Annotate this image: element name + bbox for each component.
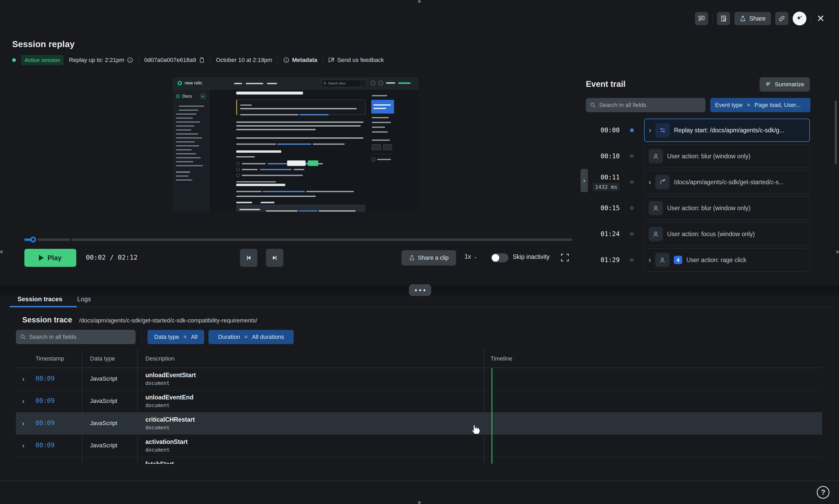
playback-speed-select[interactable]: 1x ⌄: [465, 253, 478, 260]
edge-handle-right: [836, 250, 839, 253]
feedback-icon: [328, 57, 335, 63]
tab-logs[interactable]: Logs: [77, 295, 91, 307]
playback-time: 00:02 / 02:12: [86, 254, 138, 261]
event-dot: [630, 258, 634, 262]
event-card[interactable]: User action: blur (window only): [644, 145, 810, 168]
edge-handle-bottom: [418, 501, 421, 504]
timeline-scrubber[interactable]: [24, 237, 572, 242]
chevron-right-icon[interactable]: ›: [22, 442, 24, 449]
duration-filter-chip[interactable]: Duration = All durations: [209, 330, 294, 344]
table-row[interactable]: › 00:09 JavaScript unloadEventEnd docume…: [16, 390, 822, 412]
trace-filter-bar: Search in all fields Data type = All Dur…: [16, 330, 294, 344]
mini-docs-header: Docs ⇤: [173, 89, 209, 102]
event-card[interactable]: User action: focus (window only): [644, 222, 810, 246]
notes-button[interactable]: [717, 12, 730, 25]
meta-divider: [210, 56, 211, 65]
trace-search-input[interactable]: Search in all fields: [16, 330, 136, 344]
table-row-partial[interactable]: fetchStart: [16, 457, 822, 464]
newrelic-logo: new relic: [177, 80, 202, 86]
event-row-user-action: 00:15 User action: blur (window only): [586, 196, 810, 220]
skip-forward-icon: [271, 254, 278, 261]
skip-inactivity-toggle[interactable]: [491, 253, 508, 262]
clipboard-icon[interactable]: [199, 57, 205, 63]
help-button[interactable]: ?: [817, 486, 829, 499]
fullscreen-button[interactable]: [560, 253, 570, 263]
globe-icon: [371, 81, 375, 85]
mini-cookie-secondary-button: [287, 160, 306, 166]
event-type-filter-chip[interactable]: Event type = Page load, User...: [710, 98, 810, 112]
mini-shortcut-key: [360, 81, 364, 86]
sparkle-icon: [796, 15, 803, 22]
copy-link-button[interactable]: [775, 12, 788, 25]
chevron-right-icon[interactable]: ›: [22, 375, 24, 383]
ai-assistant-button[interactable]: [793, 12, 806, 25]
event-card[interactable]: User action: blur (window only): [644, 196, 810, 220]
skip-forward-button[interactable]: [266, 249, 283, 267]
chevron-down-icon: ⌄: [474, 254, 478, 259]
play-icon: [39, 255, 44, 261]
search-icon: [20, 334, 26, 340]
table-row[interactable]: › 00:09 JavaScript activationStart docum…: [16, 435, 822, 457]
data-type-filter-chip[interactable]: Data type = All: [147, 330, 204, 344]
event-count-badge: 4: [674, 256, 682, 264]
chevron-right-icon[interactable]: ›: [648, 256, 651, 264]
meta-divider: [139, 56, 139, 65]
event-trail-scrollbar[interactable]: [835, 101, 837, 164]
skip-inactivity-label: Skip inactivity: [513, 253, 550, 260]
search-placeholder: Search in all fields: [29, 334, 76, 340]
col-description: Description: [145, 355, 175, 362]
event-dot: [630, 206, 634, 210]
event-card[interactable]: › /docs/apm/agents/c-sdk/get-started/c-s…: [644, 170, 810, 194]
chevron-right-icon[interactable]: ›: [648, 179, 651, 186]
session-id: 0d07a0a007e618a9: [144, 57, 205, 64]
event-trail-title: Event trail: [586, 79, 626, 89]
event-row-rage-click: 01:29 › 4 User action: rage click: [586, 248, 810, 272]
event-dot: [630, 154, 634, 158]
tab-session-traces[interactable]: Session traces: [17, 295, 62, 307]
info-icon[interactable]: [127, 57, 133, 63]
chevron-right-icon[interactable]: ›: [22, 420, 24, 427]
close-icon[interactable]: ✕: [815, 14, 826, 23]
page-view-icon: [655, 175, 670, 189]
comments-button[interactable]: [695, 12, 708, 25]
feedback-button[interactable]: Send us feedback: [328, 57, 384, 64]
mini-toc-active-item: [371, 100, 394, 113]
splitter-handle[interactable]: [409, 284, 431, 296]
event-trail-search-input[interactable]: Search in all fields: [586, 98, 706, 112]
table-row[interactable]: › 00:09 JavaScript unloadEventStart docu…: [16, 368, 822, 390]
play-button[interactable]: Play: [24, 249, 76, 267]
duration-badge: 1432 ms: [593, 183, 620, 191]
top-toolbar: Share ✕: [695, 12, 826, 25]
chevron-right-icon[interactable]: ›: [649, 127, 651, 134]
mini-search-input[interactable]: Search docs: [322, 80, 366, 87]
share-clip-button[interactable]: Share a clip: [401, 250, 456, 266]
mouse-cursor-hand: [469, 424, 480, 435]
skip-back-icon: [245, 254, 252, 261]
replay-start-icon: [656, 123, 670, 138]
scrubber-track-segment[interactable]: [38, 238, 70, 241]
sparkle-icon: [765, 81, 771, 88]
mini-nav-icons: [371, 81, 410, 85]
edge-handle-left: [0, 250, 3, 253]
event-card[interactable]: › Replay start: /docs/apm/agents/c-sdk/g…: [644, 119, 810, 142]
metadata-button[interactable]: Metadata: [283, 57, 317, 64]
active-session-badge: Active session: [21, 55, 64, 65]
skip-back-button[interactable]: [240, 249, 257, 267]
table-row-hovered[interactable]: › 00:09 JavaScript criticalCHRestart doc…: [16, 412, 822, 435]
scrubber-handle[interactable]: [30, 237, 36, 242]
session-meta-row: Active session Replay up to: 2:21pm 0d07…: [12, 54, 384, 66]
mini-toc: [372, 92, 394, 161]
share-icon: [740, 15, 746, 22]
meta-divider: [278, 56, 278, 65]
event-card[interactable]: › 4 User action: rage click: [644, 248, 810, 272]
scrubber-track[interactable]: [72, 238, 572, 241]
collapse-sidebar-icon[interactable]: ⇤: [200, 93, 206, 100]
comment-icon: [698, 15, 705, 22]
session-trace-title: Session trace: [22, 316, 72, 324]
chevron-right-icon[interactable]: ›: [22, 398, 24, 405]
summarize-button[interactable]: Summarize: [760, 77, 810, 92]
replay-viewport[interactable]: new relic Search docs Docs ⇤: [173, 77, 418, 212]
share-button[interactable]: Share: [734, 12, 771, 25]
mini-search-placeholder: Search docs: [328, 82, 346, 85]
user-icon: [648, 201, 663, 215]
